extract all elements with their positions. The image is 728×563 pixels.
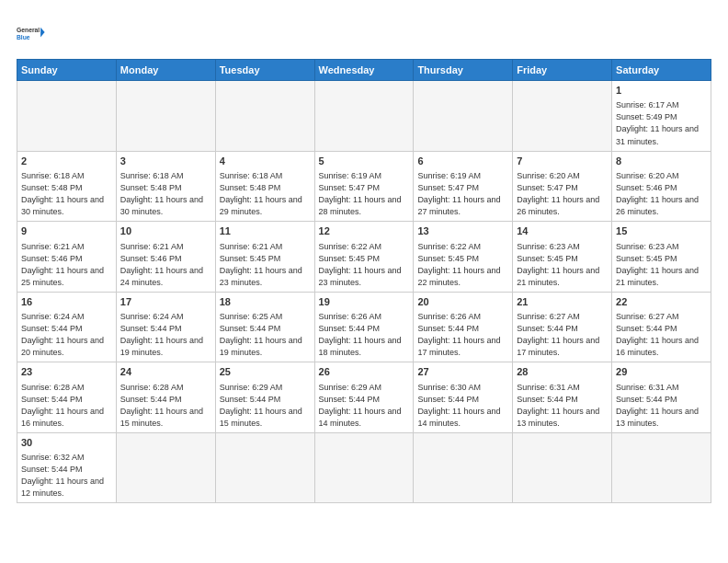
day-info: Sunrise: 6:24 AMSunset: 5:44 PMDaylight:…	[120, 311, 211, 359]
calendar-cell: 4Sunrise: 6:18 AMSunset: 5:48 PMDaylight…	[215, 151, 314, 222]
svg-text:Blue: Blue	[17, 34, 30, 40]
calendar-cell: 7Sunrise: 6:20 AMSunset: 5:47 PMDaylight…	[513, 151, 612, 222]
day-info: Sunrise: 6:27 AMSunset: 5:44 PMDaylight:…	[616, 311, 707, 359]
calendar-cell: 20Sunrise: 6:26 AMSunset: 5:44 PMDayligh…	[414, 292, 513, 362]
calendar-cell	[215, 432, 314, 503]
calendar-cell: 26Sunrise: 6:29 AMSunset: 5:44 PMDayligh…	[314, 362, 414, 433]
calendar-cell: 12Sunrise: 6:22 AMSunset: 5:45 PMDayligh…	[314, 222, 414, 293]
day-info: Sunrise: 6:19 AMSunset: 5:47 PMDaylight:…	[417, 170, 508, 218]
calendar-cell	[116, 432, 215, 503]
calendar-cell: 28Sunrise: 6:31 AMSunset: 5:44 PMDayligh…	[513, 362, 612, 433]
week-row-1: 2Sunrise: 6:18 AMSunset: 5:48 PMDaylight…	[17, 151, 711, 222]
calendar-cell: 25Sunrise: 6:29 AMSunset: 5:44 PMDayligh…	[215, 362, 314, 433]
calendar-cell: 21Sunrise: 6:27 AMSunset: 5:44 PMDayligh…	[513, 292, 612, 362]
weekday-header-saturday: Saturday	[612, 60, 711, 81]
day-number: 6	[417, 155, 508, 168]
day-number: 5	[319, 155, 410, 168]
day-number: 9	[21, 224, 112, 238]
day-number: 24	[120, 365, 211, 379]
day-info: Sunrise: 6:32 AMSunset: 5:44 PMDaylight:…	[21, 452, 112, 500]
day-number: 12	[319, 224, 410, 238]
calendar-cell: 15Sunrise: 6:23 AMSunset: 5:45 PMDayligh…	[612, 222, 711, 293]
week-row-3: 16Sunrise: 6:24 AMSunset: 5:44 PMDayligh…	[17, 292, 711, 362]
day-number: 17	[120, 295, 211, 309]
day-info: Sunrise: 6:21 AMSunset: 5:46 PMDaylight:…	[120, 241, 211, 289]
calendar-cell	[414, 432, 513, 503]
day-number: 1	[616, 84, 707, 98]
weekday-header-thursday: Thursday	[414, 60, 513, 81]
day-number: 13	[417, 224, 508, 238]
day-number: 20	[417, 295, 508, 309]
day-info: Sunrise: 6:24 AMSunset: 5:44 PMDaylight:…	[21, 311, 112, 359]
calendar-cell	[314, 432, 414, 503]
calendar-cell: 2Sunrise: 6:18 AMSunset: 5:48 PMDaylight…	[17, 151, 117, 222]
day-number: 2	[21, 155, 112, 168]
week-row-5: 30Sunrise: 6:32 AMSunset: 5:44 PMDayligh…	[17, 432, 711, 503]
day-info: Sunrise: 6:18 AMSunset: 5:48 PMDaylight:…	[220, 170, 311, 218]
day-number: 21	[517, 295, 608, 309]
day-info: Sunrise: 6:28 AMSunset: 5:44 PMDaylight:…	[120, 382, 211, 430]
day-info: Sunrise: 6:27 AMSunset: 5:44 PMDaylight:…	[517, 311, 608, 359]
svg-text:General: General	[17, 27, 40, 33]
weekday-header-sunday: Sunday	[17, 60, 117, 81]
day-number: 7	[517, 155, 608, 168]
calendar-cell	[612, 432, 711, 503]
calendar-cell	[513, 432, 612, 503]
calendar-cell: 29Sunrise: 6:31 AMSunset: 5:44 PMDayligh…	[612, 362, 711, 433]
calendar-cell	[215, 81, 314, 152]
day-number: 26	[319, 365, 410, 379]
day-number: 16	[21, 295, 112, 309]
calendar-cell: 30Sunrise: 6:32 AMSunset: 5:44 PMDayligh…	[17, 432, 117, 503]
calendar-cell: 16Sunrise: 6:24 AMSunset: 5:44 PMDayligh…	[17, 292, 117, 362]
calendar-cell: 14Sunrise: 6:23 AMSunset: 5:45 PMDayligh…	[513, 222, 612, 293]
header: GeneralBlue	[17, 17, 711, 50]
calendar-cell: 19Sunrise: 6:26 AMSunset: 5:44 PMDayligh…	[314, 292, 414, 362]
week-row-2: 9Sunrise: 6:21 AMSunset: 5:46 PMDaylight…	[17, 222, 711, 293]
day-info: Sunrise: 6:25 AMSunset: 5:44 PMDaylight:…	[220, 311, 311, 359]
day-number: 29	[616, 365, 707, 379]
calendar-cell: 27Sunrise: 6:30 AMSunset: 5:44 PMDayligh…	[414, 362, 513, 433]
day-number: 4	[220, 155, 311, 168]
day-info: Sunrise: 6:29 AMSunset: 5:44 PMDaylight:…	[319, 382, 410, 430]
day-info: Sunrise: 6:30 AMSunset: 5:44 PMDaylight:…	[417, 382, 508, 430]
day-info: Sunrise: 6:21 AMSunset: 5:45 PMDaylight:…	[220, 241, 311, 289]
calendar-cell: 6Sunrise: 6:19 AMSunset: 5:47 PMDaylight…	[414, 151, 513, 222]
calendar-cell: 9Sunrise: 6:21 AMSunset: 5:46 PMDaylight…	[17, 222, 117, 293]
day-number: 3	[120, 155, 211, 168]
calendar-cell	[513, 81, 612, 152]
day-info: Sunrise: 6:21 AMSunset: 5:46 PMDaylight:…	[21, 241, 112, 289]
day-info: Sunrise: 6:18 AMSunset: 5:48 PMDaylight:…	[21, 170, 112, 218]
day-info: Sunrise: 6:20 AMSunset: 5:46 PMDaylight:…	[616, 170, 707, 218]
calendar-cell: 24Sunrise: 6:28 AMSunset: 5:44 PMDayligh…	[116, 362, 215, 433]
calendar-cell: 5Sunrise: 6:19 AMSunset: 5:47 PMDaylight…	[314, 151, 414, 222]
day-info: Sunrise: 6:19 AMSunset: 5:47 PMDaylight:…	[319, 170, 410, 218]
day-info: Sunrise: 6:22 AMSunset: 5:45 PMDaylight:…	[417, 241, 508, 289]
day-info: Sunrise: 6:31 AMSunset: 5:44 PMDaylight:…	[517, 382, 608, 430]
day-number: 14	[517, 224, 608, 238]
day-number: 22	[616, 295, 707, 309]
day-number: 23	[21, 365, 112, 379]
day-info: Sunrise: 6:23 AMSunset: 5:45 PMDaylight:…	[517, 241, 608, 289]
day-number: 8	[616, 155, 707, 168]
calendar-cell: 18Sunrise: 6:25 AMSunset: 5:44 PMDayligh…	[215, 292, 314, 362]
day-info: Sunrise: 6:22 AMSunset: 5:45 PMDaylight:…	[319, 241, 410, 289]
calendar-cell: 8Sunrise: 6:20 AMSunset: 5:46 PMDaylight…	[612, 151, 711, 222]
weekday-header-tuesday: Tuesday	[215, 60, 314, 81]
day-number: 28	[517, 365, 608, 379]
day-number: 30	[21, 436, 112, 450]
generalblue-logo-icon: GeneralBlue	[17, 17, 50, 50]
day-number: 15	[616, 224, 707, 238]
calendar-cell: 11Sunrise: 6:21 AMSunset: 5:45 PMDayligh…	[215, 222, 314, 293]
day-number: 18	[220, 295, 311, 309]
day-number: 27	[417, 365, 508, 379]
day-info: Sunrise: 6:17 AMSunset: 5:49 PMDaylight:…	[616, 99, 707, 147]
day-info: Sunrise: 6:26 AMSunset: 5:44 PMDaylight:…	[417, 311, 508, 359]
day-info: Sunrise: 6:26 AMSunset: 5:44 PMDaylight:…	[319, 311, 410, 359]
weekday-header-wednesday: Wednesday	[314, 60, 414, 81]
calendar-cell: 13Sunrise: 6:22 AMSunset: 5:45 PMDayligh…	[414, 222, 513, 293]
day-info: Sunrise: 6:18 AMSunset: 5:48 PMDaylight:…	[120, 170, 211, 218]
day-number: 11	[220, 224, 311, 238]
calendar-cell	[17, 81, 117, 152]
calendar-cell	[314, 81, 414, 152]
day-number: 19	[319, 295, 410, 309]
